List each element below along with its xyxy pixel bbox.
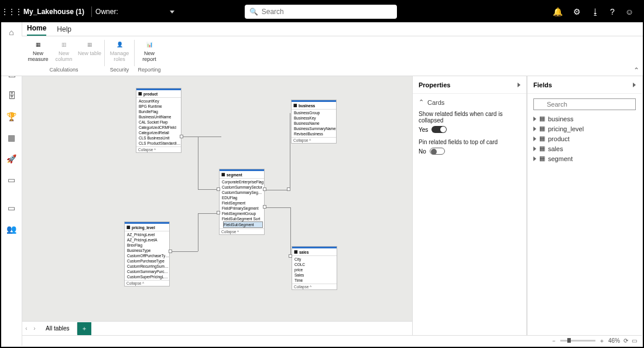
nav-learn-icon[interactable]: ▭ <box>6 175 17 185</box>
collapse-card[interactable]: Collapse ^ <box>136 146 181 152</box>
new-measure-button[interactable]: ▦ New measure <box>26 37 50 67</box>
zoom-in-button[interactable]: ＋ <box>599 337 605 345</box>
global-search[interactable]: 🔍 <box>245 5 397 19</box>
card-field[interactable]: CAL Socket Flwp <box>139 120 181 125</box>
tab-home[interactable]: Home <box>27 22 46 36</box>
download-icon[interactable]: ⭳ <box>591 7 600 16</box>
card-field[interactable]: CategorizedCRMField <box>139 125 181 130</box>
card-field[interactable]: BusinessKey <box>294 115 336 121</box>
relationship-port[interactable] <box>217 211 220 214</box>
relationship-port[interactable] <box>289 254 292 258</box>
field-table-product[interactable]: ▦product <box>533 134 636 144</box>
field-table-business[interactable]: ▦business <box>533 114 636 124</box>
relationship-port[interactable] <box>217 187 220 191</box>
relationship-port[interactable] <box>287 187 290 191</box>
help-icon[interactable]: ? <box>610 7 615 16</box>
card-field[interactable]: price <box>294 267 337 272</box>
card-field[interactable]: CorporateEnterpriseFlag <box>222 179 264 185</box>
cards-section-toggle[interactable]: ⌃ Cards <box>419 98 520 106</box>
measure-icon: ▦ <box>32 39 44 50</box>
nav-data-hub-icon[interactable]: 🗄 <box>6 90 17 101</box>
card-field[interactable]: COLC <box>294 262 337 267</box>
table-card-segment[interactable]: ▦segment CorporateEnterpriseFlagCustomSu… <box>219 169 265 235</box>
card-field[interactable]: BusinessGroup <box>294 110 336 115</box>
card-field[interactable]: FieldSegment <box>222 200 264 206</box>
fields-search-input[interactable] <box>533 98 636 110</box>
fit-to-screen-icon[interactable]: ⟳ <box>624 337 628 344</box>
card-field[interactable]: BusinessType <box>127 248 169 253</box>
card-field[interactable]: CustomSuperPricingLevel <box>127 274 169 279</box>
card-field[interactable]: Time <box>294 278 337 283</box>
card-field[interactable]: CLS BusinessUnit <box>139 135 181 141</box>
card-field[interactable]: CustomSummarySegment <box>222 190 264 195</box>
collapse-card[interactable]: Collapse ^ <box>292 137 336 143</box>
card-field[interactable]: AZ_PricingLevel <box>127 232 169 237</box>
table-card-pricing-level[interactable]: ▦pricing_level AZ_PricingLevelAZ_Pricing… <box>124 221 170 286</box>
card-field[interactable]: EDUFlag <box>222 195 264 200</box>
nav-deploy-icon[interactable]: 🚀 <box>6 153 17 164</box>
feedback-icon[interactable]: ☺ <box>625 7 633 16</box>
settings-icon[interactable]: ⚙ <box>573 7 581 16</box>
collapse-card[interactable]: Collapse ^ <box>220 228 264 234</box>
card-field[interactable]: City <box>294 257 337 262</box>
card-field[interactable]: FieldSubSegment Sort <box>222 216 264 221</box>
app-launcher-icon[interactable]: ⋮⋮⋮ <box>1 8 20 16</box>
card-field[interactable]: RevisedBusiness <box>294 131 336 137</box>
card-field[interactable]: FieldSegmentGroup <box>222 211 264 216</box>
collapse-card[interactable]: Collapse ^ <box>292 284 337 289</box>
card-field[interactable]: BusinessSummaryName <box>294 126 336 131</box>
nav-my-workspace-icon[interactable]: 👥 <box>6 224 17 234</box>
table-card-sales[interactable]: ▦sales CityCOLCpriceSalesTime Collapse ^ <box>292 246 337 290</box>
relationship-port[interactable] <box>263 205 266 209</box>
card-field[interactable]: CategorizedRetail <box>139 130 181 135</box>
relationship-port[interactable] <box>169 250 172 253</box>
collapse-ribbon-button[interactable]: ⌃ <box>633 66 639 74</box>
card-field[interactable]: FieldSubSegment <box>223 221 263 228</box>
card-field[interactable]: CustomRecurringSummaryPurchaseTy <box>127 264 169 269</box>
pin-related-toggle[interactable] <box>430 148 445 155</box>
collapse-properties-icon[interactable] <box>518 83 520 87</box>
tab-help[interactable]: Help <box>57 23 71 36</box>
nav-apps-icon[interactable]: ▦ <box>6 132 17 143</box>
card-field[interactable]: BrexFlag <box>127 243 169 248</box>
collapse-card[interactable]: Collapse ^ <box>125 280 169 286</box>
card-field[interactable]: AZ_PricingLevelA <box>127 237 169 243</box>
model-canvas[interactable]: ▦product AccountKeyBPG RuntimeBundleFlag… <box>22 76 412 321</box>
table-card-product[interactable]: ▦product AccountKeyBPG RuntimeBundleFlag… <box>136 88 181 153</box>
owner-dropdown[interactable]: Owner: <box>95 8 174 16</box>
card-field[interactable]: BusinessUnitName <box>139 114 181 120</box>
card-field[interactable]: BundleFlag <box>139 109 181 114</box>
card-field[interactable]: AccountKey <box>139 98 181 104</box>
card-field[interactable]: CustomPurchaseType <box>127 258 169 264</box>
card-field[interactable]: BPG Runtime <box>139 104 181 109</box>
nav-metrics-icon[interactable]: 🏆 <box>6 111 17 122</box>
new-report-button[interactable]: 📊 New report <box>137 37 162 67</box>
field-table-label: segment <box>548 155 573 162</box>
card-field[interactable]: CustomSummarySector <box>222 185 264 190</box>
card-field[interactable]: CustomSummaryPurchaseType <box>127 269 169 274</box>
layout-tab-all-tables[interactable]: All tables <box>39 323 77 334</box>
show-related-toggle[interactable] <box>431 126 447 133</box>
tab-next[interactable]: › <box>30 325 39 332</box>
collapse-fields-icon[interactable] <box>633 83 636 87</box>
nav-workspaces-icon[interactable]: ▭ <box>6 203 17 213</box>
full-screen-icon[interactable]: ▭ <box>632 337 637 344</box>
chevron-right-icon <box>533 127 536 131</box>
field-table-sales[interactable]: ▦sales <box>533 144 636 153</box>
add-layout-tab[interactable]: ＋ <box>77 322 91 335</box>
search-input[interactable] <box>262 8 392 16</box>
relationship-port[interactable] <box>180 135 183 138</box>
field-table-pricing_level[interactable]: ▦pricing_level <box>533 124 636 134</box>
card-field[interactable]: BusinessName <box>294 121 336 126</box>
table-card-business[interactable]: ▦business BusinessGroupBusinessKeyBusine… <box>291 100 337 144</box>
card-field[interactable]: FieldPrimarySegment <box>222 206 264 211</box>
field-table-segment[interactable]: ▦segment <box>533 153 636 163</box>
zoom-out-button[interactable]: － <box>551 337 557 345</box>
tab-prev[interactable]: ‹ <box>22 325 30 332</box>
relationship-port[interactable] <box>263 187 266 191</box>
card-field[interactable]: Sales <box>294 272 337 278</box>
card-field[interactable]: CLS ProductStandardizedServices <box>139 141 181 146</box>
notifications-icon[interactable]: 🔔 <box>553 7 563 16</box>
zoom-slider[interactable] <box>560 340 595 342</box>
card-field[interactable]: CustomOffPurchaseType <box>127 253 169 258</box>
